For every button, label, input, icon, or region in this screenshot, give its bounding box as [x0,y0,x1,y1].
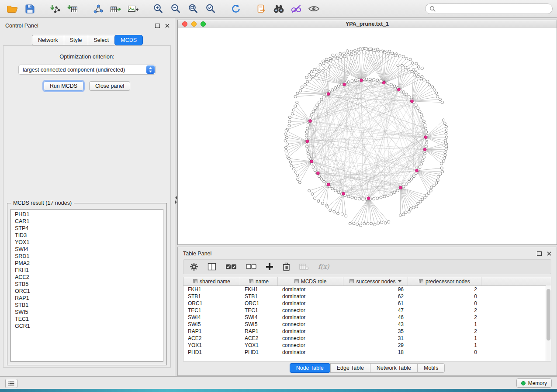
table-row[interactable]: STB1STB1dominator620 [183,293,551,300]
cell-mcds-role[interactable]: connector [278,307,343,314]
search-input[interactable] [438,5,548,12]
zoom-out-button[interactable] [168,2,183,15]
cell-predecessor-nodes[interactable]: 2 [408,307,481,314]
show-panels-button[interactable] [5,379,17,388]
cell-mcds-role[interactable]: dominator [278,314,343,321]
network-graph[interactable] [178,28,557,244]
export-image-button[interactable] [125,2,141,15]
cell-successor-nodes[interactable]: 43 [343,321,408,328]
cell-name[interactable]: PHD1 [240,349,278,356]
open-file-button[interactable] [4,2,20,15]
cell-successor-nodes[interactable]: 61 [343,300,408,307]
cell-successor-nodes[interactable]: 29 [343,342,408,349]
minimize-window-traffic-light[interactable] [191,21,197,27]
mcds-result-list[interactable]: PHD1CAR1STP4TID3YOX1SWI4SRD1PMA2FKH1ACE2… [10,209,163,362]
table-row[interactable]: SWI5SWI5connector431 [183,321,551,328]
run-mcds-button[interactable]: Run MCDS [44,81,83,91]
cell-name[interactable]: TEC1 [240,307,278,314]
close-panel-icon[interactable] [165,24,170,28]
cell-mcds-role[interactable]: dominator [278,328,343,335]
cell-name[interactable]: FKH1 [240,286,278,293]
cell-mcds-role[interactable]: connector [278,335,343,342]
tab-edge-table[interactable]: Edge Table [330,363,370,373]
cell-mcds-role[interactable]: dominator [278,349,343,356]
table-row[interactable]: TEC1TEC1connector472 [183,307,551,314]
cell-predecessor-nodes[interactable]: 0 [408,349,481,356]
cell-shared-name[interactable]: SWI5 [183,321,240,328]
cell-name[interactable]: STB1 [240,293,278,300]
cell-predecessor-nodes[interactable]: 2 [408,328,481,335]
cell-shared-name[interactable]: PHD1 [183,349,240,356]
mcds-result-item[interactable]: SWI5 [11,309,163,316]
close-window-traffic-light[interactable] [182,21,187,27]
cell-predecessor-nodes[interactable]: 1 [408,335,481,342]
save-session-button[interactable] [22,2,38,15]
cell-shared-name[interactable]: STB1 [183,293,240,300]
tab-style[interactable]: Style [64,35,88,45]
refresh-button[interactable] [228,2,244,15]
network-canvas[interactable] [178,28,557,244]
float-panel-icon[interactable] [155,24,160,28]
table-row[interactable]: YOX1YOX1connector291 [183,342,551,349]
cell-successor-nodes[interactable]: 96 [343,286,408,293]
table-row[interactable]: SWI4SWI4dominator462 [183,314,551,321]
mcds-result-item[interactable]: SWI4 [11,246,163,253]
cell-successor-nodes[interactable]: 47 [343,307,408,314]
column-header-shared-name[interactable]: shared name [183,277,240,285]
cell-shared-name[interactable]: RAP1 [183,328,240,335]
cell-name[interactable]: SWI4 [240,314,278,321]
cell-predecessor-nodes[interactable]: 2 [408,286,481,293]
column-header-predecessor-nodes[interactable]: predecessor nodes [408,277,481,285]
export-table-button[interactable] [107,2,123,15]
float-table-panel-icon[interactable] [537,251,542,256]
tab-select[interactable]: Select [88,35,115,45]
cell-successor-nodes[interactable]: 18 [343,349,408,356]
zoom-fit-button[interactable] [185,2,201,15]
cell-successor-nodes[interactable]: 46 [343,314,408,321]
mcds-result-item[interactable]: TID3 [11,232,163,239]
cell-predecessor-nodes[interactable]: 0 [408,293,481,300]
cell-name[interactable]: RAP1 [240,328,278,335]
memory-button[interactable]: Memory [516,378,552,388]
cell-mcds-role[interactable]: dominator [278,293,343,300]
zoom-selected-button[interactable] [203,2,218,15]
cell-predecessor-nodes[interactable]: 1 [408,342,481,349]
splitter-collapse-arrows[interactable] [175,195,177,205]
mcds-result-item[interactable]: STB1 [11,302,163,309]
cell-successor-nodes[interactable]: 62 [343,293,408,300]
mcds-result-item[interactable]: FKH1 [11,267,163,274]
cell-mcds-role[interactable]: connector [278,321,343,328]
mcds-result-item[interactable]: PHD1 [11,211,163,218]
first-neighbors-button[interactable] [271,2,287,15]
table-row[interactable]: PHD1PHD1dominator180 [183,349,551,356]
new-network-button[interactable] [90,2,106,15]
network-window-titlebar[interactable]: YPA_prune.txt_1 [178,20,557,28]
cell-name[interactable]: YOX1 [240,342,278,349]
table-row[interactable]: RAP1RAP1dominator352 [183,328,551,335]
settings-gear-icon[interactable] [190,262,198,271]
cell-shared-name[interactable]: FKH1 [183,286,240,293]
mcds-result-item[interactable]: SRD1 [11,253,163,260]
import-table-button[interactable] [65,2,80,15]
cell-name[interactable]: ACE2 [240,335,278,342]
cell-name[interactable]: ORC1 [240,300,278,307]
mcds-result-item[interactable]: STP4 [11,225,163,232]
cell-shared-name[interactable]: SWI4 [183,314,240,321]
cell-name[interactable]: SWI5 [240,321,278,328]
cell-shared-name[interactable]: YOX1 [183,342,240,349]
mcds-result-item[interactable]: PMA2 [11,260,163,267]
cell-mcds-role[interactable]: connector [278,342,343,349]
column-header-successor-nodes[interactable]: successor nodes [343,277,408,285]
zoom-in-button[interactable] [150,2,166,15]
tab-mcds[interactable]: MCDS [114,35,143,45]
import-network-button[interactable] [47,2,63,15]
mcds-result-item[interactable]: ACE2 [11,274,163,281]
show-columns-icon[interactable] [208,263,216,271]
mcds-result-item[interactable]: YOX1 [11,239,163,246]
table-row[interactable]: ACE2ACE2connector311 [183,335,551,342]
show-hide-button[interactable] [306,2,322,15]
mcds-result-item[interactable]: GCR1 [11,323,163,330]
deselect-all-icon[interactable] [246,264,256,270]
mcds-result-item[interactable]: CAR1 [11,218,163,225]
mcds-result-item[interactable]: STB5 [11,281,163,288]
